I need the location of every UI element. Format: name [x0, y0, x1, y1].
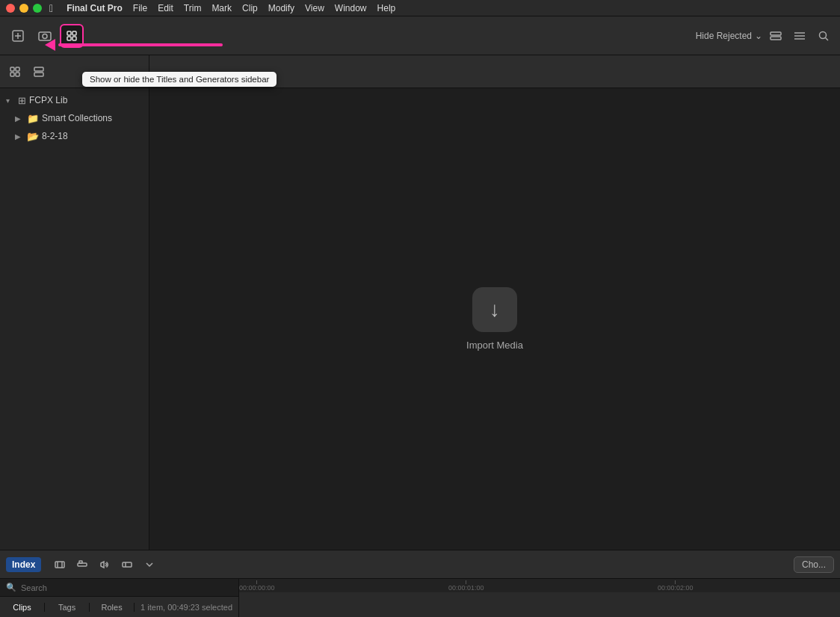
menu-trim[interactable]: Trim [184, 3, 202, 13]
tc-marker-0: 00:00:00:00 [239, 580, 275, 592]
svg-rect-18 [10, 73, 14, 76]
svg-rect-22 [55, 562, 64, 568]
tags-tab[interactable]: Tags [45, 603, 90, 612]
svg-rect-9 [770, 32, 781, 35]
bottom-panel: Index [0, 550, 840, 617]
list-view-button[interactable] [789, 25, 810, 46]
smart-collections-label: Smart Collections [42, 113, 112, 123]
index-tab-label[interactable]: Index [6, 557, 41, 572]
title-bar:  Final Cut Pro File Edit Trim Mark Clip… [0, 0, 840, 16]
timeline-btn-split[interactable] [117, 555, 137, 574]
timeline-btn-clip[interactable] [50, 555, 70, 574]
main-toolbar: Hide Rejected ⌄ [0, 16, 840, 55]
sidebar: ▾ ⊞ FCPX Lib ▶ 📁 Smart Collections ▶ 📂 8… [0, 55, 149, 550]
browser-panel: ↓ Import Media [149, 55, 840, 550]
choose-button[interactable]: Cho... [794, 556, 834, 573]
fullscreen-button[interactable] [33, 4, 42, 13]
import-arrow-icon: ↓ [490, 298, 500, 322]
event-item[interactable]: ▶ 📂 8-2-18 [0, 127, 149, 145]
svg-rect-8 [72, 37, 76, 40]
smart-collections-item[interactable]: ▶ 📁 Smart Collections [0, 109, 149, 127]
sidebar-btn-2[interactable] [28, 61, 49, 82]
svg-line-15 [826, 37, 829, 40]
timeline-btn-arrow-dropdown[interactable] [140, 555, 159, 574]
svg-rect-6 [72, 31, 76, 35]
svg-point-4 [43, 34, 47, 38]
clips-tab[interactable]: Clips [0, 603, 45, 612]
svg-rect-10 [770, 37, 781, 40]
filmstrip-view-button[interactable] [765, 25, 786, 46]
clips-tags-roles-row: Clips Tags Roles 1 item, 00:49:23 select… [0, 596, 238, 617]
sidebar-btn-1[interactable] [4, 61, 25, 82]
svg-rect-5 [67, 31, 71, 35]
menu-mark[interactable]: Mark [211, 3, 232, 13]
menu-view[interactable]: View [305, 3, 324, 13]
svg-point-14 [820, 31, 827, 38]
library-icon: ⊞ [18, 95, 26, 106]
menu-modify[interactable]: Modify [268, 3, 294, 13]
svg-rect-17 [16, 67, 19, 71]
import-media-button[interactable] [6, 24, 30, 48]
timeline-toolbar: Index [0, 550, 840, 579]
minimize-button[interactable] [19, 4, 28, 13]
smart-collections-icon: 📁 [27, 113, 39, 124]
import-icon-background: ↓ [472, 287, 517, 332]
svg-rect-7 [67, 37, 71, 40]
hide-rejected-label: Hide Rejected [696, 31, 752, 41]
apple-menu[interactable]:  [49, 2, 53, 14]
svg-rect-21 [34, 73, 43, 76]
timeline-btn-audio[interactable] [95, 555, 114, 574]
timeline-right: 00:00:00:00 00:00:01:00 00:00:02:00 [239, 579, 840, 617]
library-name: FCPX Lib [29, 95, 67, 105]
timeline-btn-connection[interactable] [72, 555, 92, 574]
menu-file[interactable]: File [133, 3, 147, 13]
app-name[interactable]: Final Cut Pro [67, 3, 123, 13]
search-browser-button[interactable] [813, 25, 834, 46]
library-chevron-down: ▾ [6, 96, 15, 105]
search-input[interactable] [0, 579, 238, 596]
timeline-lower-row: 🔍 Clips Tags Roles 1 item, 00:49:23 sele… [0, 579, 840, 617]
menu-window[interactable]: Window [335, 3, 367, 13]
event-icon: 📂 [27, 131, 39, 142]
svg-rect-19 [16, 73, 19, 76]
library-tree: ▾ ⊞ FCPX Lib ▶ 📁 Smart Collections ▶ 📂 8… [0, 88, 149, 550]
tc-marker-2: 00:00:02:00 [658, 580, 694, 592]
smart-collections-chevron: ▶ [15, 114, 24, 123]
traffic-lights [6, 4, 42, 13]
selection-info: 1 item, 00:49:23 selected [135, 603, 238, 612]
svg-rect-26 [79, 561, 82, 563]
hide-rejected-chevron: ⌄ [755, 31, 762, 41]
hide-rejected-button[interactable]: Hide Rejected ⌄ [696, 31, 762, 41]
titles-generators-button[interactable] [60, 24, 84, 48]
sidebar-toolbar [0, 55, 149, 88]
timecode-bar: 00:00:00:00 00:00:01:00 00:00:02:00 [239, 579, 840, 592]
browser-toolbar [149, 55, 840, 88]
event-chevron: ▶ [15, 132, 24, 141]
library-item[interactable]: ▾ ⊞ FCPX Lib [0, 91, 149, 109]
svg-rect-16 [10, 67, 14, 71]
import-area: ↓ Import Media [149, 88, 840, 550]
index-panel: 🔍 Clips Tags Roles 1 item, 00:49:23 sele… [0, 579, 239, 617]
import-media-label: Import Media [466, 340, 523, 351]
photo-video-button[interactable] [33, 24, 57, 48]
search-bar: 🔍 [0, 579, 238, 596]
svg-rect-27 [123, 562, 132, 567]
svg-rect-3 [39, 32, 51, 40]
event-label: 8-2-18 [42, 131, 68, 141]
close-button[interactable] [6, 4, 15, 13]
menu-help[interactable]: Help [377, 3, 396, 13]
main-area: ▾ ⊞ FCPX Lib ▶ 📁 Smart Collections ▶ 📂 8… [0, 55, 840, 550]
menu-bar:  Final Cut Pro File Edit Trim Mark Clip… [49, 2, 395, 14]
roles-tab[interactable]: Roles [90, 603, 135, 612]
menu-clip[interactable]: Clip [242, 3, 258, 13]
menu-edit[interactable]: Edit [158, 3, 173, 13]
tc-marker-1: 00:00:01:00 [448, 580, 484, 592]
svg-rect-20 [34, 67, 43, 71]
